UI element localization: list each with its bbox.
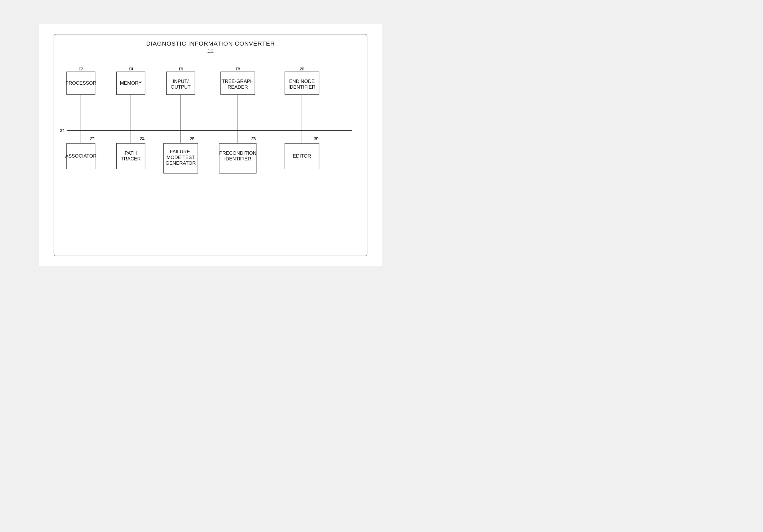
diagram-title: DIAGNOSTIC INFORMATION CONVERTER: [59, 40, 361, 47]
svg-text:IDENTIFIER: IDENTIFIER: [288, 84, 315, 89]
svg-text:INPUT/: INPUT/: [172, 78, 188, 84]
memory-block: 14 MEMORY: [116, 66, 145, 95]
svg-text:30: 30: [314, 136, 319, 141]
svg-text:16: 16: [178, 66, 183, 71]
svg-text:28: 28: [251, 136, 256, 141]
svg-text:12: 12: [78, 66, 83, 71]
svg-text:MEMORY: MEMORY: [120, 80, 142, 86]
svg-text:GENERATOR: GENERATOR: [165, 160, 196, 166]
svg-text:IDENTIFIER: IDENTIFIER: [224, 156, 251, 162]
svg-text:22: 22: [90, 136, 95, 141]
io-block: 16 INPUT/ OUTPUT: [166, 66, 195, 95]
svg-text:FAILURE-: FAILURE-: [170, 149, 192, 154]
svg-text:OUTPUT: OUTPUT: [170, 84, 190, 89]
svg-text:20: 20: [299, 66, 304, 71]
diagram-svg: 12 PROCESSOR 14 MEMORY 16 INPUT/ OUTPUT: [59, 62, 362, 247]
svg-text:14: 14: [128, 66, 133, 71]
treegraph-block: 18 TREE-GRAPH READER: [220, 66, 255, 95]
svg-text:18: 18: [235, 66, 240, 71]
endnode-block: 20 END NODE IDENTIFIER: [285, 66, 319, 95]
svg-text:24: 24: [140, 136, 145, 141]
svg-text:MODE TEST: MODE TEST: [166, 155, 195, 160]
processor-block: 12 PROCESSOR: [65, 66, 96, 95]
svg-text:26: 26: [190, 136, 194, 141]
svg-text:34: 34: [60, 128, 65, 133]
diagram-number: 10: [59, 47, 361, 53]
svg-text:TREE-GRAPH: TREE-GRAPH: [222, 78, 253, 84]
outer-container: DIAGNOSTIC INFORMATION CONVERTER 10 12 P…: [54, 34, 368, 256]
svg-text:EDITOR: EDITOR: [293, 153, 311, 159]
svg-text:PROCESSOR: PROCESSOR: [65, 80, 96, 86]
svg-text:PATH: PATH: [125, 150, 137, 156]
svg-text:PRECONDITION: PRECONDITION: [219, 150, 256, 156]
svg-text:END NODE: END NODE: [289, 78, 315, 84]
svg-text:ASSOCIATOR: ASSOCIATOR: [65, 153, 96, 159]
svg-text:TRACER: TRACER: [121, 156, 141, 162]
svg-text:READER: READER: [228, 84, 248, 89]
